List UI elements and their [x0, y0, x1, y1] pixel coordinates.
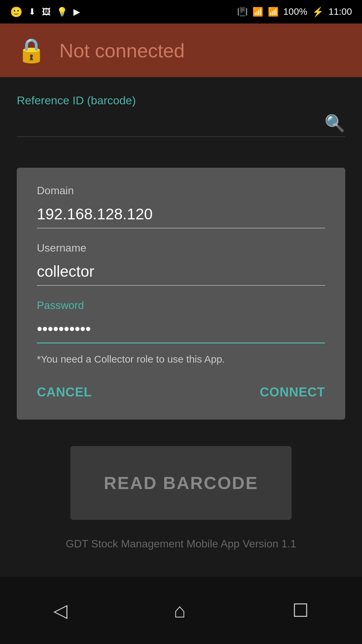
login-dialog: Domain Username Password *You need a Col… [17, 168, 345, 420]
connect-button[interactable]: CONNECT [260, 382, 325, 403]
cancel-button[interactable]: CANCEL [37, 382, 92, 403]
search-icon[interactable]: 🔍 [324, 114, 345, 133]
download-icon: ⬇ [28, 7, 36, 17]
battery-text: 100% [283, 6, 307, 17]
search-row: 🔍 [17, 114, 345, 137]
password-input[interactable] [37, 317, 325, 343]
battery-icon: ⚡ [312, 6, 324, 17]
password-label: Password [37, 299, 325, 312]
domain-input[interactable] [37, 202, 325, 228]
connection-status-title: Not connected [59, 39, 185, 62]
next-icon: ▶ [73, 7, 80, 17]
signal-icon: 📶 [268, 7, 279, 17]
wifi-icon: 📶 [252, 7, 263, 17]
back-button[interactable]: ◁ [53, 600, 67, 621]
reference-id-label: Reference ID (barcode) [17, 94, 345, 107]
emoji-icon: 🙂 [10, 6, 22, 18]
domain-label: Domain [37, 184, 325, 197]
collector-role-hint: *You need a Collector role to use this A… [37, 354, 325, 365]
image-icon: 🖼 [42, 7, 51, 17]
username-label: Username [37, 242, 325, 254]
status-bar: 🙂 ⬇ 🖼 💡 ▶ 📳 📶 📶 100% ⚡ 11:00 [0, 0, 362, 23]
vibrate-icon: 📳 [237, 7, 248, 17]
app-header: 🔒 Not connected [0, 23, 362, 77]
home-button[interactable]: ⌂ [174, 599, 186, 622]
back-icon: ◁ [53, 600, 67, 621]
recents-icon: ☐ [292, 600, 309, 621]
main-content: Reference ID (barcode) 🔍 Domain Username… [0, 77, 362, 147]
status-bar-right: 📳 📶 📶 100% ⚡ 11:00 [237, 6, 352, 17]
status-bar-left: 🙂 ⬇ 🖼 💡 ▶ [10, 6, 80, 18]
lock-icon: 🔒 [17, 37, 46, 64]
version-text: GDT Stock Management Mobile App Version … [0, 538, 362, 550]
home-icon: ⌂ [174, 599, 186, 622]
read-barcode-button[interactable]: READ BARCODE [70, 446, 292, 520]
bottom-nav: ◁ ⌂ ☐ [0, 577, 362, 644]
recents-button[interactable]: ☐ [292, 600, 309, 621]
clock: 11:00 [328, 6, 352, 17]
username-input[interactable] [37, 260, 325, 286]
bulb-icon: 💡 [57, 7, 67, 17]
dialog-buttons: CANCEL CONNECT [37, 382, 325, 403]
barcode-section: READ BARCODE [0, 446, 362, 520]
